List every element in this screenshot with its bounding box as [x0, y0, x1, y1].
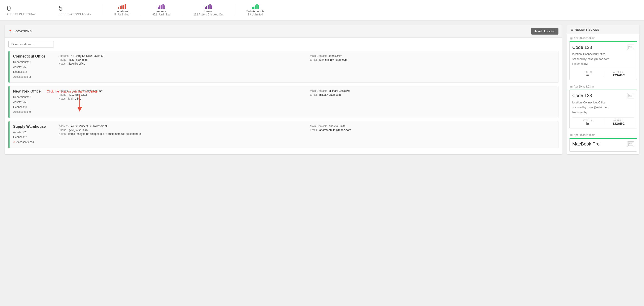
- connecticut-accessories: 3: [29, 75, 31, 78]
- add-location-label: Add Location: [538, 30, 555, 33]
- grid-icon: ⊞: [571, 28, 574, 31]
- sub-accounts-value: 3 / Unlimited: [248, 13, 263, 16]
- stats-bar: 0 ASSETS DUE TODAY 5 RESERVATIONS TODAY …: [0, 0, 644, 21]
- recent-scans-panel: ⊞ RECENT SCANS ▦ Apr 20 at 8:53 am Code …: [567, 25, 640, 155]
- connecticut-email: john.smith@reftab.com: [319, 58, 348, 61]
- scan-card-2-header: Code 128: [572, 93, 634, 98]
- supply-contact-group: Main Contact: Andrew Smith Email: andrew…: [310, 125, 554, 145]
- main-layout: 📍 LOCATIONS ✚ Add Location Connecticut O…: [0, 21, 644, 159]
- newyork-contact-group: Main Contact: Michael Caslowitz Email: m…: [310, 89, 554, 114]
- supply-phone: (761) 422-6545: [69, 128, 88, 132]
- connecticut-departments: 1: [30, 60, 31, 64]
- scan-time-2: ▦ Apr 20 at 8:53 am: [567, 83, 639, 90]
- plus-icon: ✚: [534, 30, 537, 33]
- scan-2-info: location: Connecticut Office scanned by:…: [572, 100, 634, 115]
- connecticut-address: 43 Berry St. New Haven CT: [71, 54, 104, 58]
- newyork-notes: Main office: [68, 97, 82, 100]
- newyork-address-group: Address: 123 1st Ave. New York NY Phone:…: [58, 89, 303, 114]
- stat-locations[interactable]: Locations 5 / Unlimited: [114, 4, 141, 16]
- scan-card-1-header: Code 128: [572, 45, 634, 50]
- new-york-annotation-wrapper: New York Office Deparments: 1 Assets: 26…: [5, 86, 562, 118]
- filter-area: [5, 38, 562, 51]
- connecticut-notes: Satellite office: [68, 62, 85, 65]
- recent-scans-title: RECENT SCANS: [575, 28, 600, 31]
- scan-1-info: location: Connecticut Office scanned by:…: [572, 52, 634, 67]
- locations-label: Locations: [116, 10, 128, 13]
- scan-3-code-type: MacBook Pro: [572, 141, 600, 147]
- filter-locations-input[interactable]: [8, 41, 54, 48]
- id-card-icon-2: [628, 94, 633, 97]
- locations-heading: LOCATIONS: [14, 30, 32, 33]
- newyork-phone: (212)555-3292: [69, 93, 87, 96]
- supply-address: 47 St. Vincent St. Township NJ: [71, 125, 108, 128]
- scan-2-asset-num: ASSET #: 123ABC: [603, 119, 634, 125]
- supply-assets: 423: [23, 131, 28, 134]
- stat-assets-due-today: 0 ASSETS DUE TODAY: [7, 5, 47, 16]
- assets-bars-icon: [158, 4, 165, 9]
- scan-card-icon-2: [627, 93, 634, 98]
- scan-card-icon-1: [627, 45, 634, 50]
- supply-notes: Items ready to be shipped out to custome…: [68, 132, 142, 135]
- supply-address-group: Address: 47 St. Vincent St. Township NJ …: [58, 125, 303, 145]
- scan-1-asset-num: ASSET #: 123ABC: [603, 71, 634, 77]
- barcode-icon-1: ▦: [570, 37, 572, 40]
- add-location-button[interactable]: ✚ Add Location: [531, 28, 558, 35]
- newyork-accessories: 9: [29, 110, 31, 113]
- supply-email: andrew.smith@reftab.com: [319, 128, 351, 132]
- location-name-connecticut: Connecticut Office: [13, 54, 54, 58]
- scan-time-1: ▦ Apr 20 at 8:53 am: [567, 34, 639, 41]
- newyork-address: 123 1st Ave. New York NY: [71, 89, 103, 93]
- location-card-newyork[interactable]: New York Office Deparments: 1 Assets: 26…: [8, 86, 558, 118]
- assets-label: Assets: [157, 10, 166, 13]
- connecticut-contact: John Smith: [328, 54, 342, 58]
- scan-timestamp-1: Apr 20 at 8:53 am: [574, 37, 595, 40]
- newyork-departments: 1: [30, 95, 31, 99]
- scan-1-asset-value: 123ABC: [604, 73, 634, 77]
- svg-rect-8: [629, 95, 630, 96]
- location-meta-newyork: Deparments: 1 Assets: 260 Licenses: 3 Ac…: [13, 95, 54, 114]
- reservations-label: RESERVATIONS TODAY: [58, 13, 91, 16]
- newyork-email: mike@reftab.com: [319, 93, 340, 96]
- assets-value: 952 / Unlimited: [152, 13, 170, 16]
- scan-card-3[interactable]: MacBook Pro: [569, 138, 637, 152]
- location-meta-supply: Assets: 423 Licenses: 2 ⚠Accessories: 4: [13, 130, 54, 145]
- scan-1-status: STATUS: in: [572, 71, 603, 77]
- location-name-supply: Supply Warehouse: [13, 125, 54, 129]
- location-meta-connecticut: Deparments: 1 Assets: 256 Licenses: 2 Ac…: [13, 60, 54, 79]
- svg-rect-13: [629, 143, 630, 144]
- sub-accounts-label: Sub Accounts: [246, 10, 264, 13]
- stat-assets[interactable]: Assets 952 / Unlimited: [152, 4, 182, 16]
- assets-due-count: 0: [7, 5, 36, 12]
- scan-time-3: ▦ Apr 20 at 8:50 am: [567, 131, 639, 138]
- supply-contact: Andrew Smith: [328, 125, 346, 128]
- locations-title: 📍 LOCATIONS: [8, 30, 32, 33]
- location-card-connecticut[interactable]: Connecticut Office Deparments: 1 Assets:…: [8, 51, 558, 83]
- loans-value: 132 Assets Checked Out: [194, 13, 224, 16]
- location-card-supply[interactable]: Supply Warehouse Assets: 423 Licenses: 2…: [8, 121, 558, 148]
- supply-licenses: 2: [26, 135, 27, 139]
- stat-loans[interactable]: Loans 132 Assets Checked Out: [194, 4, 235, 16]
- scan-card-3-header: MacBook Pro: [572, 141, 634, 147]
- assets-due-label: ASSETS DUE TODAY: [7, 13, 36, 16]
- barcode-icon-3: ▦: [570, 133, 572, 136]
- scan-timestamp-2: Apr 20 at 8:53 am: [574, 85, 595, 88]
- connecticut-contact-group: Main Contact: John Smith Email: john.smi…: [310, 54, 554, 79]
- connecticut-assets: 256: [23, 65, 28, 69]
- scan-1-code-type: Code 128: [572, 45, 592, 50]
- locations-panel-header: 📍 LOCATIONS ✚ Add Location: [5, 25, 562, 38]
- scan-card-1[interactable]: Code 128 location: Connecticut Office sc…: [569, 41, 637, 80]
- scan-1-status-value: in: [572, 73, 603, 77]
- newyork-assets: 260: [23, 100, 28, 104]
- scan-2-scanned-by: mike@reftab.com: [588, 106, 609, 109]
- loans-bars-icon: [205, 4, 212, 9]
- stat-sub-accounts[interactable]: Sub Accounts 3 / Unlimited: [246, 4, 264, 16]
- scan-timestamp-3: Apr 20 at 8:50 am: [574, 133, 595, 137]
- newyork-contact: Michael Caslowitz: [328, 89, 350, 93]
- id-card-icon-1: [628, 46, 633, 49]
- scan-card-icon-3: [627, 141, 634, 147]
- scan-card-2[interactable]: Code 128 location: Connecticut Office sc…: [569, 90, 637, 128]
- scan-2-location: Connecticut Office: [583, 101, 606, 104]
- svg-rect-3: [629, 46, 630, 47]
- recent-scans-header: ⊞ RECENT SCANS: [567, 25, 639, 34]
- connecticut-licenses: 2: [26, 70, 27, 73]
